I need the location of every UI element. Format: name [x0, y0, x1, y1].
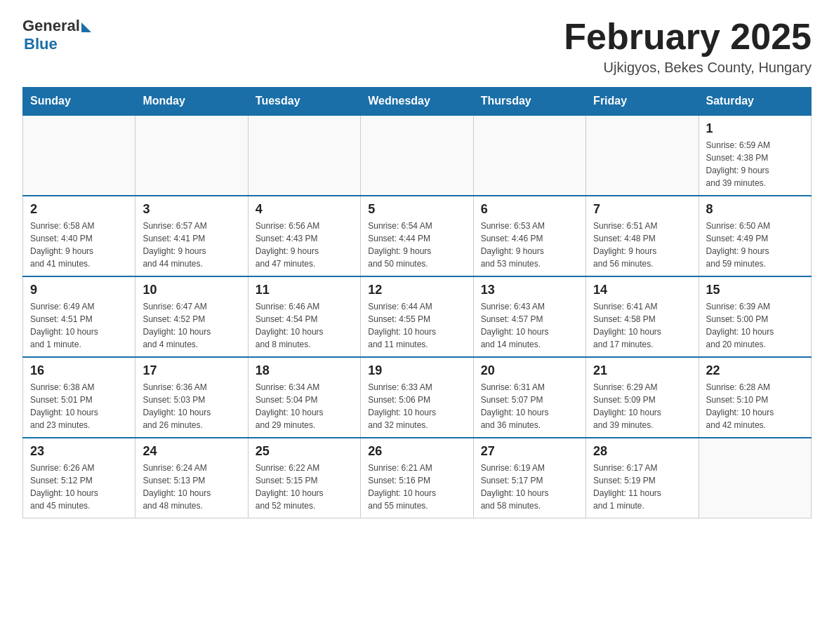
calendar-cell: 2Sunrise: 6:58 AM Sunset: 4:40 PM Daylig… — [23, 196, 135, 276]
week-row-1: 1Sunrise: 6:59 AM Sunset: 4:38 PM Daylig… — [23, 115, 812, 196]
day-info: Sunrise: 6:34 AM Sunset: 5:04 PM Dayligh… — [256, 381, 353, 431]
calendar-cell: 4Sunrise: 6:56 AM Sunset: 4:43 PM Daylig… — [248, 196, 360, 276]
day-info: Sunrise: 6:19 AM Sunset: 5:17 PM Dayligh… — [481, 462, 578, 512]
day-number: 21 — [593, 363, 691, 378]
day-number: 12 — [368, 283, 465, 297]
calendar-cell: 11Sunrise: 6:46 AM Sunset: 4:54 PM Dayli… — [248, 276, 360, 357]
day-number: 6 — [481, 202, 578, 217]
day-info: Sunrise: 6:38 AM Sunset: 5:01 PM Dayligh… — [30, 381, 128, 431]
calendar-cell: 9Sunrise: 6:49 AM Sunset: 4:51 PM Daylig… — [23, 276, 135, 357]
weekday-header-friday: Friday — [586, 88, 699, 116]
page-header: General Blue February 2025 Ujkigyos, Bek… — [22, 17, 812, 76]
calendar-cell: 10Sunrise: 6:47 AM Sunset: 4:52 PM Dayli… — [135, 276, 248, 357]
day-number: 10 — [143, 283, 240, 297]
day-number: 26 — [368, 444, 465, 459]
calendar-cell: 18Sunrise: 6:34 AM Sunset: 5:04 PM Dayli… — [248, 357, 360, 438]
calendar-cell — [361, 115, 473, 196]
day-number: 3 — [143, 202, 240, 217]
calendar-cell: 19Sunrise: 6:33 AM Sunset: 5:06 PM Dayli… — [361, 357, 473, 438]
weekday-header-wednesday: Wednesday — [361, 88, 473, 116]
day-number: 22 — [706, 363, 804, 378]
weekday-header-monday: Monday — [135, 88, 248, 116]
calendar-cell: 24Sunrise: 6:24 AM Sunset: 5:13 PM Dayli… — [135, 438, 248, 518]
calendar-cell: 5Sunrise: 6:54 AM Sunset: 4:44 PM Daylig… — [361, 196, 473, 276]
calendar-cell: 12Sunrise: 6:44 AM Sunset: 4:55 PM Dayli… — [361, 276, 473, 357]
calendar-cell: 25Sunrise: 6:22 AM Sunset: 5:15 PM Dayli… — [248, 438, 360, 518]
day-number: 5 — [368, 202, 465, 217]
calendar-cell: 20Sunrise: 6:31 AM Sunset: 5:07 PM Dayli… — [473, 357, 585, 438]
day-info: Sunrise: 6:17 AM Sunset: 5:19 PM Dayligh… — [593, 462, 691, 512]
day-info: Sunrise: 6:46 AM Sunset: 4:54 PM Dayligh… — [256, 300, 353, 351]
calendar-cell: 22Sunrise: 6:28 AM Sunset: 5:10 PM Dayli… — [699, 357, 811, 438]
day-info: Sunrise: 6:21 AM Sunset: 5:16 PM Dayligh… — [368, 462, 465, 512]
day-number: 13 — [481, 283, 578, 297]
day-info: Sunrise: 6:29 AM Sunset: 5:09 PM Dayligh… — [593, 381, 691, 431]
logo: General Blue — [22, 17, 91, 53]
day-number: 15 — [706, 283, 804, 297]
week-row-5: 23Sunrise: 6:26 AM Sunset: 5:12 PM Dayli… — [23, 438, 812, 518]
day-info: Sunrise: 6:26 AM Sunset: 5:12 PM Dayligh… — [30, 462, 128, 512]
weekday-header-row: SundayMondayTuesdayWednesdayThursdayFrid… — [23, 88, 812, 116]
day-number: 4 — [256, 202, 353, 217]
calendar-cell: 17Sunrise: 6:36 AM Sunset: 5:03 PM Dayli… — [135, 357, 248, 438]
day-info: Sunrise: 6:36 AM Sunset: 5:03 PM Dayligh… — [143, 381, 240, 431]
day-info: Sunrise: 6:59 AM Sunset: 4:38 PM Dayligh… — [706, 139, 804, 189]
day-info: Sunrise: 6:51 AM Sunset: 4:48 PM Dayligh… — [593, 220, 691, 270]
weekday-header-thursday: Thursday — [473, 88, 585, 116]
day-info: Sunrise: 6:53 AM Sunset: 4:46 PM Dayligh… — [481, 220, 578, 270]
logo-triangle-icon — [81, 22, 91, 32]
day-info: Sunrise: 6:50 AM Sunset: 4:49 PM Dayligh… — [706, 220, 804, 270]
day-info: Sunrise: 6:49 AM Sunset: 4:51 PM Dayligh… — [30, 300, 128, 351]
day-number: 20 — [481, 363, 578, 378]
day-number: 2 — [30, 202, 128, 217]
calendar-cell — [248, 115, 360, 196]
weekday-header-sunday: Sunday — [23, 88, 135, 116]
calendar-cell: 13Sunrise: 6:43 AM Sunset: 4:57 PM Dayli… — [473, 276, 585, 357]
day-info: Sunrise: 6:54 AM Sunset: 4:44 PM Dayligh… — [368, 220, 465, 270]
calendar-cell: 27Sunrise: 6:19 AM Sunset: 5:17 PM Dayli… — [473, 438, 585, 518]
location-text: Ujkigyos, Bekes County, Hungary — [564, 60, 812, 76]
day-number: 27 — [481, 444, 578, 459]
day-number: 17 — [143, 363, 240, 378]
day-info: Sunrise: 6:58 AM Sunset: 4:40 PM Dayligh… — [30, 220, 128, 270]
day-info: Sunrise: 6:31 AM Sunset: 5:07 PM Dayligh… — [481, 381, 578, 431]
calendar-cell — [473, 115, 585, 196]
calendar-cell: 7Sunrise: 6:51 AM Sunset: 4:48 PM Daylig… — [586, 196, 699, 276]
day-number: 28 — [593, 444, 691, 459]
weekday-header-saturday: Saturday — [699, 88, 811, 116]
calendar-cell: 15Sunrise: 6:39 AM Sunset: 5:00 PM Dayli… — [699, 276, 811, 357]
day-info: Sunrise: 6:47 AM Sunset: 4:52 PM Dayligh… — [143, 300, 240, 351]
day-number: 23 — [30, 444, 128, 459]
calendar-cell: 14Sunrise: 6:41 AM Sunset: 4:58 PM Dayli… — [586, 276, 699, 357]
day-info: Sunrise: 6:33 AM Sunset: 5:06 PM Dayligh… — [368, 381, 465, 431]
calendar-cell — [699, 438, 811, 518]
logo-general-text: General — [22, 17, 80, 35]
week-row-3: 9Sunrise: 6:49 AM Sunset: 4:51 PM Daylig… — [23, 276, 812, 357]
weekday-header-tuesday: Tuesday — [248, 88, 360, 116]
month-title: February 2025 — [564, 17, 812, 57]
day-number: 7 — [593, 202, 691, 217]
week-row-4: 16Sunrise: 6:38 AM Sunset: 5:01 PM Dayli… — [23, 357, 812, 438]
calendar-cell: 6Sunrise: 6:53 AM Sunset: 4:46 PM Daylig… — [473, 196, 585, 276]
day-number: 1 — [706, 121, 804, 136]
calendar-cell: 3Sunrise: 6:57 AM Sunset: 4:41 PM Daylig… — [135, 196, 248, 276]
day-info: Sunrise: 6:22 AM Sunset: 5:15 PM Dayligh… — [256, 462, 353, 512]
day-number: 8 — [706, 202, 804, 217]
day-number: 14 — [593, 283, 691, 297]
day-number: 18 — [256, 363, 353, 378]
day-number: 9 — [30, 283, 128, 297]
day-info: Sunrise: 6:28 AM Sunset: 5:10 PM Dayligh… — [706, 381, 804, 431]
calendar-cell: 16Sunrise: 6:38 AM Sunset: 5:01 PM Dayli… — [23, 357, 135, 438]
day-number: 19 — [368, 363, 465, 378]
calendar-cell: 26Sunrise: 6:21 AM Sunset: 5:16 PM Dayli… — [361, 438, 473, 518]
day-number: 11 — [256, 283, 353, 297]
day-number: 24 — [143, 444, 240, 459]
title-section: February 2025 Ujkigyos, Bekes County, Hu… — [564, 17, 812, 76]
day-info: Sunrise: 6:57 AM Sunset: 4:41 PM Dayligh… — [143, 220, 240, 270]
calendar-cell — [586, 115, 699, 196]
calendar-cell: 28Sunrise: 6:17 AM Sunset: 5:19 PM Dayli… — [586, 438, 699, 518]
day-number: 25 — [256, 444, 353, 459]
day-info: Sunrise: 6:43 AM Sunset: 4:57 PM Dayligh… — [481, 300, 578, 351]
calendar-cell: 21Sunrise: 6:29 AM Sunset: 5:09 PM Dayli… — [586, 357, 699, 438]
logo-blue-text: Blue — [24, 35, 58, 53]
